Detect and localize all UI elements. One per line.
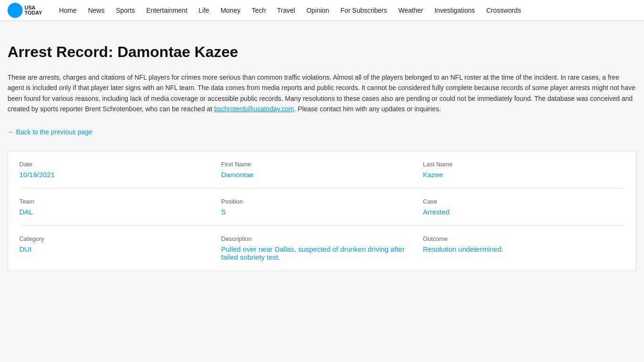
intro-paragraph: These are arrests, charges and citations… — [8, 72, 636, 115]
position-label: Position — [221, 198, 412, 205]
outcome-value: Resolution undetermined. — [423, 245, 613, 253]
intro-text-after: . Please contact him with any updates or… — [294, 105, 441, 113]
nav-link-for-subscribers[interactable]: For Subscribers — [335, 0, 393, 21]
category-label: Category — [19, 235, 210, 242]
outcome-label: Outcome — [423, 235, 613, 242]
description-value: Pulled over near Dallas, suspected of dr… — [221, 245, 412, 261]
last-name-field: Last Name Kazee — [423, 161, 625, 179]
nav-link-weather[interactable]: Weather — [393, 0, 429, 21]
logo-circle — [8, 3, 23, 18]
team-value: DAL — [19, 208, 210, 216]
first-name-field: First Name Damontae — [221, 161, 423, 179]
site-header: USA TODAY HomeNewsSportsEntertainmentLif… — [0, 0, 644, 21]
case-label: Case — [423, 198, 613, 205]
position-value: S — [221, 208, 412, 216]
team-field: Team DAL — [19, 198, 221, 216]
record-card: Date 10/19/2021 First Name Damontae Last… — [8, 151, 636, 271]
record-row-2: Team DAL Position S Case Arrested — [19, 189, 625, 226]
logo-text: USA TODAY — [25, 5, 42, 16]
nav-link-life[interactable]: Life — [193, 0, 215, 21]
email-link[interactable]: bschrotenb@usatoday.com — [214, 105, 294, 113]
nav-link-travel[interactable]: Travel — [272, 0, 301, 21]
date-label: Date — [19, 161, 210, 168]
main-content: Arrest Record: Damontae Kazee These are … — [0, 21, 644, 290]
nav-link-entertainment[interactable]: Entertainment — [140, 0, 193, 21]
category-value: DUI — [19, 245, 210, 253]
nav-link-home[interactable]: Home — [53, 0, 82, 21]
first-name-label: First Name — [221, 161, 412, 168]
case-value: Arrested — [423, 208, 613, 216]
last-name-value: Kazee — [423, 171, 613, 179]
first-name-value: Damontae — [221, 171, 412, 179]
record-row-3: Category DUI Description Pulled over nea… — [19, 226, 625, 271]
site-logo[interactable]: USA TODAY — [8, 3, 42, 18]
date-field: Date 10/19/2021 — [19, 161, 221, 179]
nav-link-crosswords[interactable]: Crosswords — [480, 0, 527, 21]
category-field: Category DUI — [19, 235, 221, 261]
nav-link-opinion[interactable]: Opinion — [301, 0, 335, 21]
case-field: Case Arrested — [423, 198, 625, 216]
outcome-field: Outcome Resolution undetermined. — [423, 235, 625, 261]
page-title: Arrest Record: Damontae Kazee — [8, 43, 636, 61]
main-nav: HomeNewsSportsEntertainmentLifeMoneyTech… — [53, 0, 527, 21]
nav-link-money[interactable]: Money — [215, 0, 246, 21]
description-label: Description — [221, 235, 412, 242]
record-row-1: Date 10/19/2021 First Name Damontae Last… — [19, 151, 625, 189]
description-field: Description Pulled over near Dallas, sus… — [221, 235, 423, 261]
nav-link-investigations[interactable]: Investigations — [429, 0, 481, 21]
nav-link-sports[interactable]: Sports — [110, 0, 140, 21]
team-label: Team — [19, 198, 210, 205]
position-field: Position S — [221, 198, 423, 216]
last-name-label: Last Name — [423, 161, 613, 168]
nav-link-news[interactable]: News — [83, 0, 110, 21]
nav-link-tech[interactable]: Tech — [246, 0, 272, 21]
back-link[interactable]: ← Back to the previous page — [8, 128, 92, 136]
date-value: 10/19/2021 — [19, 171, 210, 179]
